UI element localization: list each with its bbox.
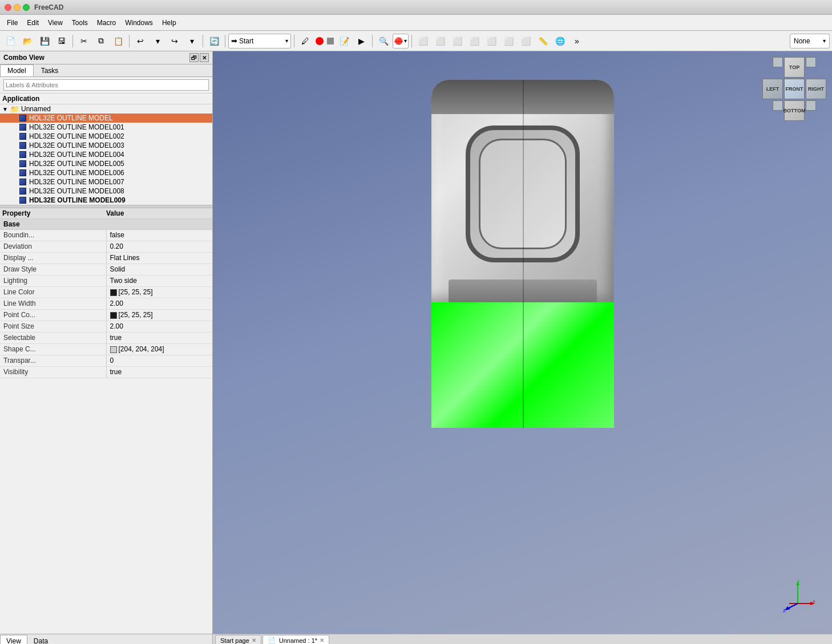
view-left-button[interactable]: ⬜: [500, 33, 516, 49]
view-top-button[interactable]: ⬜: [432, 33, 448, 49]
tree-item-6[interactable]: HDL32E OUTLINE MODEL006: [0, 168, 212, 177]
open-button[interactable]: 📂: [19, 33, 35, 49]
labels-input[interactable]: [3, 79, 209, 91]
prop-name-12: Visibility: [0, 367, 107, 378]
nav-cube-corner-tr[interactable]: [806, 57, 816, 67]
nav-cube-front[interactable]: FRONT: [784, 79, 805, 99]
macro-point-button[interactable]: 🖊: [297, 33, 313, 49]
prop-row-5[interactable]: Line Color [25, 25, 25]: [0, 287, 212, 298]
tab-tasks[interactable]: Tasks: [34, 64, 66, 76]
menu-windows[interactable]: Windows: [120, 18, 157, 28]
view-magnify-button[interactable]: 🔍: [375, 33, 391, 49]
nav-cube-corner-tl[interactable]: [773, 57, 783, 67]
nav-cube-bottom[interactable]: BOTTOM: [784, 100, 805, 121]
nav-style-dropdown[interactable]: None ▾: [790, 34, 830, 48]
prop-row-7[interactable]: Point Co... [25, 25, 25]: [0, 310, 212, 321]
tree-item-icon-0: [18, 114, 27, 122]
color-swatch-5: [110, 289, 117, 296]
svg-text:Z: Z: [783, 608, 786, 612]
play-button[interactable]: ▶: [353, 33, 369, 49]
tree-item-7[interactable]: HDL32E OUTLINE MODEL007: [0, 177, 212, 187]
undo-button[interactable]: ↩: [132, 33, 148, 49]
page-tab-unnamed-close[interactable]: ✕: [320, 637, 324, 643]
nav-cube-right[interactable]: RIGHT: [806, 79, 826, 99]
prop-row-1[interactable]: Deviation 0.20: [0, 241, 212, 253]
prop-row-6[interactable]: Line Width 2.00: [0, 298, 212, 310]
menu-file[interactable]: File: [2, 18, 22, 28]
prop-row-2[interactable]: Display ... Flat Lines: [0, 253, 212, 264]
view-front-button[interactable]: ⬜: [449, 33, 465, 49]
combo-close-button[interactable]: ✕: [200, 53, 209, 62]
props-rows: Boundin... false Deviation 0.20 Display …: [0, 230, 212, 378]
workbench-dropdown[interactable]: ➡ Start ▾: [228, 34, 291, 48]
view-right-button[interactable]: ⬜: [466, 33, 482, 49]
prop-name-3: Draw Style: [0, 264, 107, 275]
prop-row-11[interactable]: Transpar... 0: [0, 355, 212, 367]
tab-model[interactable]: Model: [0, 64, 34, 76]
combo-restore-button[interactable]: 🗗: [189, 53, 199, 62]
prop-name-5: Line Color: [0, 287, 107, 298]
redo-button[interactable]: ↪: [167, 33, 183, 49]
tree-item-5[interactable]: HDL32E OUTLINE MODEL005: [0, 159, 212, 168]
bottom-tab-data[interactable]: Data: [27, 635, 54, 644]
maximize-button[interactable]: [23, 4, 30, 11]
left-panel: Combo View 🗗 ✕ Model Tasks Application ▼…: [0, 51, 213, 644]
view-home-button[interactable]: ⬜: [415, 33, 431, 49]
model-container: [426, 80, 620, 428]
panel-tabs: Model Tasks: [0, 64, 212, 77]
refresh-button[interactable]: 🔄: [206, 33, 222, 49]
prop-row-8[interactable]: Point Size 2.00: [0, 321, 212, 333]
nav-cube-corner-br[interactable]: [806, 100, 816, 111]
tree-item-8[interactable]: HDL32E OUTLINE MODEL008: [0, 187, 212, 196]
redo-dropdown[interactable]: ▾: [184, 33, 200, 49]
nav-style-label: None: [794, 37, 810, 45]
page-tab-start-close[interactable]: ✕: [252, 637, 256, 643]
nav-cube-top[interactable]: TOP: [784, 57, 805, 78]
stop-button[interactable]: [327, 38, 334, 44]
cut-button[interactable]: ✂: [76, 33, 92, 49]
view-bottom-button[interactable]: ⬜: [518, 33, 534, 49]
prop-row-3[interactable]: Draw Style Solid: [0, 264, 212, 276]
macros-button[interactable]: 📝: [336, 33, 352, 49]
record-button[interactable]: [316, 37, 324, 45]
nav-cube-left[interactable]: LEFT: [762, 79, 783, 99]
menu-view[interactable]: View: [43, 18, 67, 28]
tree-item-2[interactable]: HDL32E OUTLINE MODEL002: [0, 132, 212, 141]
tree-root[interactable]: ▼ 📁 Unnamed: [0, 104, 212, 114]
prop-row-12[interactable]: Visibility true: [0, 367, 212, 378]
prop-row-10[interactable]: Shape C... [204, 204, 204]: [0, 344, 212, 355]
menu-edit[interactable]: Edit: [22, 18, 43, 28]
menu-tools[interactable]: Tools: [67, 18, 92, 28]
nav-cube-corner-bl[interactable]: [773, 100, 783, 111]
copy-button[interactable]: ⧉: [93, 33, 109, 49]
tree-item-4[interactable]: HDL32E OUTLINE MODEL004: [0, 150, 212, 159]
prop-row-9[interactable]: Selectable true: [0, 333, 212, 344]
prop-name-1: Deviation: [0, 241, 107, 252]
render-mode-dropdown[interactable]: 🔴 ▾: [393, 34, 409, 48]
saveas-button[interactable]: 🖫: [54, 33, 70, 49]
prop-name-7: Point Co...: [0, 310, 107, 321]
properties-panel: Property Value Base Boundin... false Dev…: [0, 208, 212, 634]
menu-help[interactable]: Help: [157, 18, 181, 28]
bottom-tab-view[interactable]: View: [0, 635, 27, 644]
tree-item-0[interactable]: HDL32E OUTLINE MODEL: [0, 114, 212, 123]
more-button[interactable]: »: [569, 33, 585, 49]
paste-button[interactable]: 📋: [110, 33, 126, 49]
undo-dropdown[interactable]: ▾: [150, 33, 165, 49]
menu-macro[interactable]: Macro: [92, 18, 120, 28]
viewport[interactable]: TOP LEFT FRONT RIGHT BOTTOM: [213, 51, 832, 644]
measure-button[interactable]: 📏: [535, 33, 551, 49]
prop-row-0[interactable]: Boundin... false: [0, 230, 212, 241]
prop-row-4[interactable]: Lighting Two side: [0, 276, 212, 287]
tree-item-1[interactable]: HDL32E OUTLINE MODEL001: [0, 123, 212, 132]
close-button[interactable]: [5, 4, 11, 11]
web-button[interactable]: 🌐: [552, 33, 568, 49]
props-col-value: Value: [106, 209, 210, 217]
tree-item-3[interactable]: HDL32E OUTLINE MODEL003: [0, 141, 212, 150]
view-back-button[interactable]: ⬜: [483, 33, 499, 49]
minimize-button[interactable]: [14, 4, 21, 11]
page-tab-unnamed[interactable]: 📄 Unnamed : 1* ✕: [262, 635, 329, 644]
new-button[interactable]: 📄: [2, 33, 18, 49]
page-tab-start[interactable]: Start page ✕: [215, 635, 261, 644]
save-button[interactable]: 💾: [37, 33, 52, 49]
